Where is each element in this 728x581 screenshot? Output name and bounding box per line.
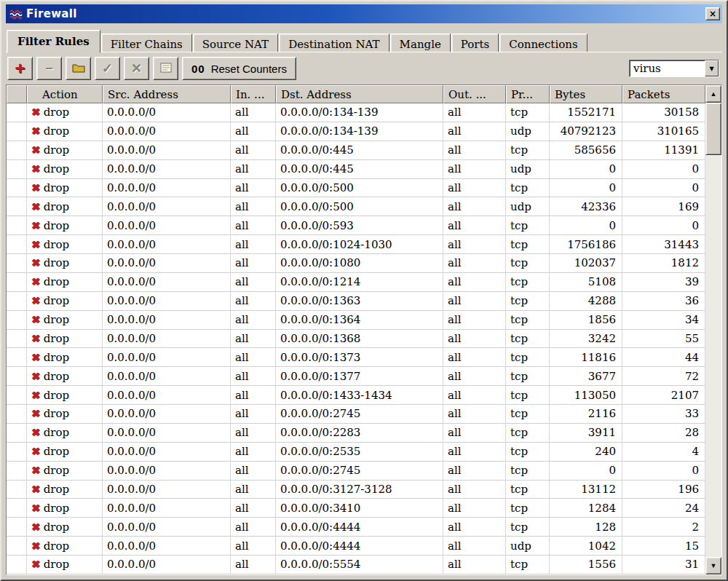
table-row[interactable]: ✖ drop 0.0.0.0/0 all 0.0.0.0/0:2745 all …: [7, 462, 705, 481]
table-row[interactable]: ✖ drop 0.0.0.0/0 all 0.0.0.0/0:1363 all …: [7, 292, 705, 311]
row-selector[interactable]: [7, 141, 27, 160]
vertical-scrollbar[interactable]: ▲ ▼: [705, 85, 721, 574]
row-selector[interactable]: [7, 367, 27, 386]
row-selector[interactable]: [7, 518, 27, 537]
table-row[interactable]: ✖ drop 0.0.0.0/0 all 0.0.0.0/0:4444 all …: [7, 537, 705, 556]
action-cell: ✖ drop: [27, 254, 103, 273]
check-icon: ✓: [102, 60, 113, 76]
drop-icon: ✖: [31, 522, 40, 532]
table-row[interactable]: ✖ drop 0.0.0.0/0 all 0.0.0.0/0:593 all t…: [7, 216, 705, 235]
row-selector[interactable]: [7, 311, 27, 330]
dst-address-cell: 0.0.0.0/0:3410: [276, 499, 443, 518]
disable-rule-button[interactable]: ✕: [124, 57, 149, 80]
scroll-down-button[interactable]: ▼: [705, 557, 721, 574]
row-selector[interactable]: [7, 386, 27, 405]
dst-address-cell: 0.0.0.0/0:1363: [276, 292, 443, 311]
column-header-out[interactable]: Out. ...: [443, 85, 506, 103]
action-label: drop: [44, 502, 69, 515]
row-selector[interactable]: [7, 197, 27, 216]
table-row[interactable]: ✖ drop 0.0.0.0/0 all 0.0.0.0/0:5554 all …: [7, 556, 705, 574]
in-interface-cell: all: [231, 556, 276, 574]
in-interface-cell: all: [231, 330, 276, 349]
filter-dropdown[interactable]: virus ▼: [629, 60, 719, 77]
table-row[interactable]: ✖ drop 0.0.0.0/0 all 0.0.0.0/0:3410 all …: [7, 499, 705, 518]
column-header-dst-address[interactable]: Dst. Address: [276, 85, 443, 103]
row-selector[interactable]: [7, 481, 27, 499]
add-rule-button[interactable]: +: [7, 57, 33, 80]
tab-ports[interactable]: Ports: [451, 33, 499, 52]
table-row[interactable]: ✖ drop 0.0.0.0/0 all 0.0.0.0/0:500 all u…: [7, 197, 705, 216]
tab-destination-nat[interactable]: Destination NAT: [279, 33, 389, 52]
row-selector[interactable]: [7, 499, 27, 518]
table-row[interactable]: ✖ drop 0.0.0.0/0 all 0.0.0.0/0:134-139 a…: [7, 103, 705, 122]
table-row[interactable]: ✖ drop 0.0.0.0/0 all 0.0.0.0/0:4444 all …: [7, 518, 705, 537]
bytes-cell: 0: [550, 179, 622, 198]
remove-rule-button[interactable]: −: [36, 57, 62, 80]
column-header-bytes[interactable]: Bytes: [550, 85, 622, 103]
copy-rule-button[interactable]: [66, 57, 91, 80]
tab-mangle[interactable]: Mangle: [390, 33, 451, 52]
rules-table-main: Action Src. Address In. ... Dst. Address…: [7, 85, 705, 574]
close-button[interactable]: ×: [705, 7, 720, 20]
column-header-packets[interactable]: Packets: [622, 85, 705, 103]
comment-button[interactable]: [153, 57, 178, 80]
column-header-protocol[interactable]: Pr...: [506, 85, 550, 103]
enable-rule-button[interactable]: ✓: [95, 57, 120, 80]
row-selector[interactable]: [7, 292, 27, 311]
row-selector[interactable]: [7, 462, 27, 481]
bytes-cell: 0: [550, 216, 622, 235]
row-selector[interactable]: [7, 273, 27, 292]
dst-address-cell: 0.0.0.0/0:134-139: [276, 103, 443, 122]
column-header-action[interactable]: Action: [27, 85, 103, 103]
table-row[interactable]: ✖ drop 0.0.0.0/0 all 0.0.0.0/0:1214 all …: [7, 273, 705, 292]
dst-address-cell: 0.0.0.0/0:1368: [276, 330, 443, 349]
column-header-src-address[interactable]: Src. Address: [103, 85, 231, 103]
row-selector[interactable]: [7, 443, 27, 462]
table-row[interactable]: ✖ drop 0.0.0.0/0 all 0.0.0.0/0:1364 all …: [7, 311, 705, 330]
table-row[interactable]: ✖ drop 0.0.0.0/0 all 0.0.0.0/0:2535 all …: [7, 443, 705, 462]
tab-filter-rules[interactable]: Filter Rules: [7, 30, 100, 53]
row-selector[interactable]: [7, 122, 27, 141]
table-row[interactable]: ✖ drop 0.0.0.0/0 all 0.0.0.0/0:1433-1434…: [7, 386, 705, 405]
row-selector[interactable]: [7, 348, 27, 367]
row-selector[interactable]: [7, 254, 27, 273]
row-selector[interactable]: [7, 160, 27, 179]
row-selector[interactable]: [7, 556, 27, 574]
row-selector[interactable]: [7, 330, 27, 349]
table-row[interactable]: ✖ drop 0.0.0.0/0 all 0.0.0.0/0:3127-3128…: [7, 481, 705, 499]
scrollbar-track[interactable]: [705, 103, 721, 557]
row-selector[interactable]: [7, 216, 27, 235]
table-row[interactable]: ✖ drop 0.0.0.0/0 all 0.0.0.0/0:1373 all …: [7, 348, 705, 367]
dst-address-cell: 0.0.0.0/0:1433-1434: [276, 386, 443, 405]
dst-address-cell: 0.0.0.0/0:445: [276, 160, 443, 179]
tab-filter-chains[interactable]: Filter Chains: [101, 33, 192, 52]
table-row[interactable]: ✖ drop 0.0.0.0/0 all 0.0.0.0/0:445 all t…: [7, 141, 705, 160]
table-row[interactable]: ✖ drop 0.0.0.0/0 all 0.0.0.0/0:1377 all …: [7, 367, 705, 386]
protocol-cell: tcp: [506, 273, 550, 292]
row-selector[interactable]: [7, 235, 27, 254]
bytes-cell: 11816: [550, 348, 622, 367]
column-header-in[interactable]: In. ...: [231, 85, 276, 103]
scrollbar-thumb[interactable]: [705, 103, 721, 155]
row-selector[interactable]: [7, 424, 27, 443]
protocol-cell: tcp: [506, 499, 550, 518]
row-selector[interactable]: [7, 537, 27, 556]
filter-dropdown-value: virus: [630, 60, 705, 76]
table-row[interactable]: ✖ drop 0.0.0.0/0 all 0.0.0.0/0:1368 all …: [7, 330, 705, 349]
table-row[interactable]: ✖ drop 0.0.0.0/0 all 0.0.0.0/0:2283 all …: [7, 424, 705, 443]
table-row[interactable]: ✖ drop 0.0.0.0/0 all 0.0.0.0/0:1080 all …: [7, 254, 705, 273]
table-row[interactable]: ✖ drop 0.0.0.0/0 all 0.0.0.0/0:2745 all …: [7, 405, 705, 424]
dropdown-arrow-icon[interactable]: ▼: [705, 60, 719, 76]
row-selector[interactable]: [7, 103, 27, 122]
table-row[interactable]: ✖ drop 0.0.0.0/0 all 0.0.0.0/0:134-139 a…: [7, 122, 705, 141]
table-row[interactable]: ✖ drop 0.0.0.0/0 all 0.0.0.0/0:1024-1030…: [7, 235, 705, 254]
row-selector[interactable]: [7, 405, 27, 424]
tab-source-nat[interactable]: Source NAT: [193, 33, 278, 52]
tab-connections[interactable]: Connections: [499, 33, 587, 52]
table-row[interactable]: ✖ drop 0.0.0.0/0 all 0.0.0.0/0:445 all u…: [7, 160, 705, 179]
scroll-up-button[interactable]: ▲: [705, 85, 721, 103]
row-selector[interactable]: [7, 179, 27, 198]
table-row[interactable]: ✖ drop 0.0.0.0/0 all 0.0.0.0/0:500 all t…: [7, 179, 705, 198]
reset-counters-button[interactable]: 00 Reset Counters: [182, 57, 296, 80]
protocol-cell: tcp: [506, 103, 550, 122]
